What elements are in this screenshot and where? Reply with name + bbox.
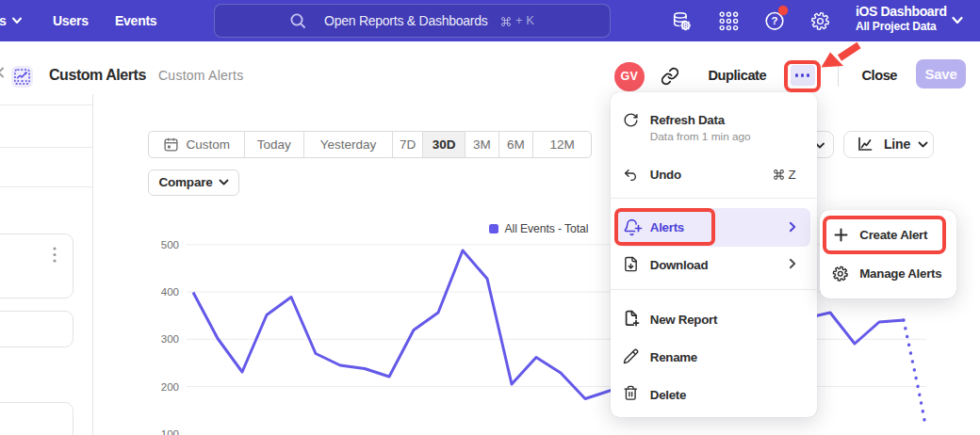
- svg-text:100: 100: [161, 428, 179, 435]
- svg-text:300: 300: [161, 333, 179, 345]
- svg-text:400: 400: [161, 286, 179, 298]
- svg-text:500: 500: [161, 239, 179, 250]
- svg-text:200: 200: [161, 381, 179, 393]
